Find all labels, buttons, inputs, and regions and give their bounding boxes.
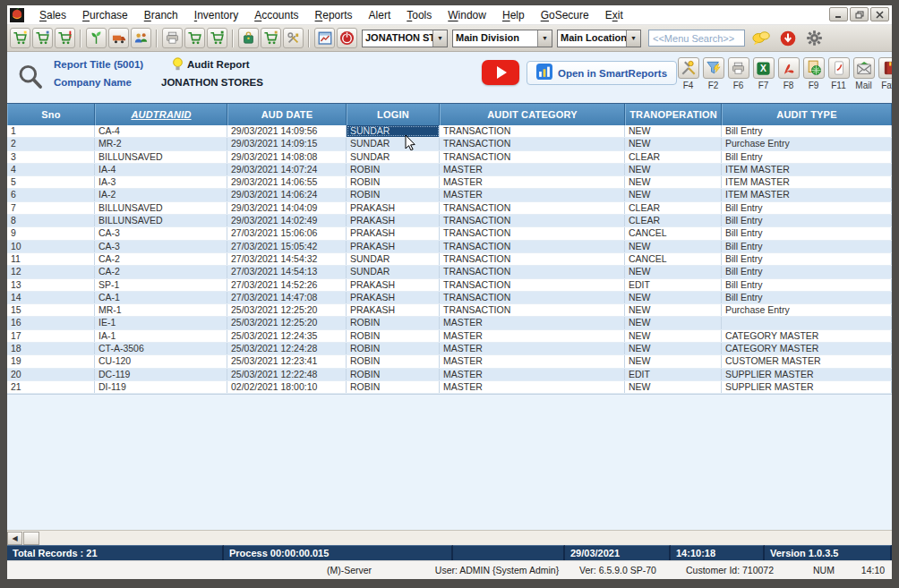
cell[interactable]: ROBIN [347,381,440,393]
menu-item-accounts[interactable]: Accounts [246,7,306,23]
cell[interactable]: 9 [7,227,95,239]
cell[interactable]: BILLUNSAVED [95,202,227,214]
company-select[interactable]: JONATHON STO ▼ [362,30,448,47]
menu-search-input[interactable] [648,30,745,47]
cell[interactable]: 29/03/2021 14:06:24 [227,189,347,200]
cell[interactable]: MASTER [440,369,625,380]
cell[interactable]: CA-1 [95,292,227,303]
menu-item-exit[interactable]: Exit [597,7,631,23]
export-doc-icon[interactable] [803,57,825,79]
table-row[interactable]: 13SP-127/03/2021 14:52:26PRAKASHTRANSACT… [7,279,892,292]
cell[interactable]: Bill Entry [722,266,892,277]
cell[interactable]: 6 [7,189,95,200]
cell[interactable]: Bill Entry [722,151,892,163]
cell[interactable]: 29/03/2021 14:07:24 [227,164,347,175]
customers-icon[interactable] [131,28,151,48]
cell[interactable]: TRANSACTION [440,125,625,137]
cell[interactable]: CANCEL [625,253,722,265]
cell[interactable]: CUSTOMER MASTER [722,355,892,367]
filter-icon[interactable] [703,57,724,79]
cell[interactable]: 29/03/2021 14:09:15 [227,138,347,149]
cell[interactable]: 14 [7,292,95,303]
cell[interactable]: ROBIN [347,343,440,354]
division-select[interactable]: Main Division ▼ [452,30,552,47]
cell[interactable]: 29/03/2021 14:04:09 [227,202,347,214]
cell[interactable]: 19 [7,355,95,367]
cell[interactable]: MASTER [440,189,625,200]
cell[interactable]: MASTER [440,176,625,188]
cell[interactable]: 7 [7,202,95,214]
cart-sales-edit-icon[interactable] [32,28,53,48]
cell[interactable]: ROBIN [347,176,440,188]
cell[interactable]: 5 [7,176,95,188]
cell[interactable]: IA-3 [95,176,227,188]
table-row[interactable]: 16IE-125/03/2021 12:25:20ROBINMASTERNEW [7,317,892,329]
cell[interactable]: ROBIN [347,330,440,342]
cell[interactable]: DI-119 [95,381,227,393]
cell[interactable]: Bill Entry [722,227,892,239]
cell[interactable]: ITEM MASTER [722,189,892,200]
cell[interactable]: PRAKASH [347,241,440,252]
cell[interactable]: NEW [625,317,722,328]
menu-item-window[interactable]: Window [440,7,494,23]
column-header-audtranid[interactable]: AUDTRANID [95,104,227,125]
column-header-audit-type[interactable]: AUDIT TYPE [722,104,892,125]
cell[interactable]: NEW [625,381,722,393]
cell[interactable]: 29/03/2021 14:06:55 [227,176,347,188]
cell[interactable]: PRAKASH [347,279,440,291]
cell[interactable]: 11 [7,253,95,265]
cell[interactable]: TRANSACTION [440,241,625,252]
cell[interactable]: TRANSACTION [440,279,625,291]
menu-item-help[interactable]: Help [494,7,533,23]
cell[interactable]: NEW [625,304,722,316]
location-select[interactable]: Main Location ▼ [557,30,641,47]
cell[interactable]: 12 [7,266,95,277]
cell[interactable]: TRANSACTION [440,151,625,163]
cell[interactable]: 27/03/2021 14:54:32 [227,253,347,265]
cell[interactable]: Purchase Entry [722,138,892,149]
cell[interactable]: 27/03/2021 14:54:13 [227,266,347,277]
cell[interactable]: 25/03/2021 12:25:20 [227,304,347,316]
cell[interactable]: NEW [625,343,722,354]
cell[interactable]: CLEAR [625,215,722,226]
cell[interactable]: 25/03/2021 12:23:41 [227,355,347,367]
cell[interactable]: NEW [625,125,722,137]
cell[interactable]: SUNDAR [347,125,440,137]
column-header-audit-category[interactable]: AUDIT CATEGORY [440,104,625,125]
cell[interactable]: 2 [7,138,95,149]
horizontal-scrollbar[interactable]: ◀ [7,530,892,545]
cell[interactable]: MASTER [440,355,625,367]
table-row[interactable]: 4IA-429/03/2021 14:07:24ROBINMASTERNEWIT… [7,164,892,176]
cell[interactable]: CANCEL [625,227,722,239]
cell[interactable]: IA-4 [95,164,227,175]
menu-item-reports[interactable]: Reports [307,7,361,23]
cell[interactable]: MASTER [440,330,625,342]
table-row[interactable]: 18CT-A-350625/03/2021 12:24:28ROBINMASTE… [7,343,892,355]
cell[interactable]: PRAKASH [347,215,440,226]
cell[interactable]: ROBIN [347,355,440,367]
cell[interactable]: TRANSACTION [440,292,625,303]
scrollbar-thumb[interactable] [23,532,39,545]
cell[interactable]: 29/03/2021 14:08:08 [227,151,347,163]
table-row[interactable]: 17IA-125/03/2021 12:24:35ROBINMASTERNEWC… [7,330,892,343]
column-header-tranoperation[interactable]: TRANOPERATION [625,104,722,125]
scroll-left-arrow-icon[interactable]: ◀ [7,532,22,545]
cell[interactable]: PRAKASH [347,227,440,239]
cell[interactable]: ROBIN [347,369,440,380]
cell[interactable]: MR-2 [95,138,227,149]
table-row[interactable]: 14CA-127/03/2021 14:47:08PRAKASHTRANSACT… [7,292,892,304]
cell[interactable]: IA-2 [95,189,227,200]
cell[interactable]: CT-A-3506 [95,343,227,354]
cell[interactable]: ITEM MASTER [722,176,892,188]
cell[interactable]: 29/03/2021 14:09:56 [227,125,347,137]
cell[interactable]: 27/03/2021 15:05:42 [227,241,347,252]
cell[interactable]: SUNDAR [347,138,440,149]
cell[interactable]: 4 [7,164,95,175]
cart-sales-delete-icon[interactable] [55,28,75,48]
report-chart-icon[interactable] [314,28,335,48]
cell[interactable]: SUPPLIER MASTER [722,381,892,393]
menu-item-branch[interactable]: Branch [136,7,186,23]
cell[interactable]: 21 [7,381,95,393]
cell[interactable]: IA-1 [95,330,227,342]
cell[interactable]: TRANSACTION [440,227,625,239]
